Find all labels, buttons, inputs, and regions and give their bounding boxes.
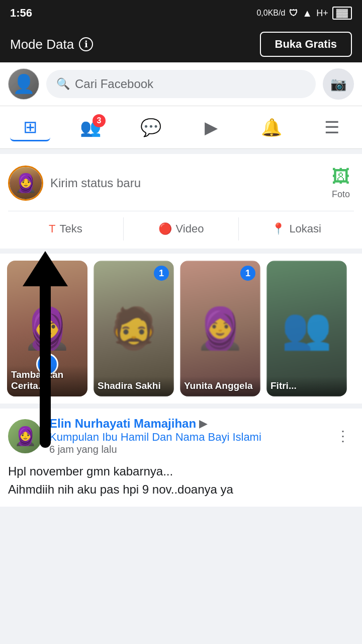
time: 1:56 [10,7,32,20]
post-group[interactable]: Kumpulan Ibu Hamil Dan Nama Bayi Islami [49,431,325,444]
shield-icon: 🛡 [289,8,298,19]
story-label-2: Yunita Anggela [180,376,260,396]
post-user-icon: 🧕 [14,426,37,447]
location-icon: 📍 [272,222,285,235]
status-icons: 0,0KB/d 🛡 ▲ H+ ▓▓ [256,7,352,20]
post-actions: T Teks 🔴 Video 📍 Lokasi [8,211,354,240]
mode-data-label: Mode Data ℹ [10,37,93,52]
story-add[interactable]: 🧕 + Tambahkan Cerita... [7,261,87,396]
post-text: Hpl november gmn kabarnya... Aihmdiih ni… [8,462,354,499]
location-label: Lokasi [289,222,321,235]
messenger-icon: 💬 [140,117,161,137]
nav-notifications[interactable]: 🔔 [251,113,292,141]
text-icon: T [49,222,55,235]
search-bar[interactable]: 🔍 Cari Facebook [46,70,316,98]
story-3[interactable]: 👥 Fitri... [266,261,347,396]
signal-icon: ▲ [302,8,312,19]
user-face-icon: 🧕 [15,173,37,194]
search-placeholder-text: Cari Facebook [75,77,153,91]
post-content: Hpl november gmn kabarnya... Aihmdiih ni… [8,464,233,496]
post-status-input[interactable]: Kirim status baru [50,176,321,190]
post-header: 🧕 Elin Nurhayati Mamajihan ▶ Kumpulan Ib… [8,417,354,455]
stories-section: 🧕 + Tambahkan Cerita... 🧔 1 Shadira Sakh… [0,254,362,404]
post-arrow-symbol: ▶ [199,417,208,430]
story-badge-1: 1 [154,266,169,281]
video-button[interactable]: 🔴 Video [124,217,239,240]
nav-menu[interactable]: ☰ [312,113,352,141]
post-time: 6 jam yang lalu [49,444,325,455]
watch-icon: ▶ [205,117,218,137]
bell-icon: 🔔 [261,117,282,137]
story-1[interactable]: 🧔 1 Shadira Sakhi [94,261,174,396]
camera-button[interactable]: 📷 [323,68,354,100]
nav-friends[interactable]: 👥 3 [70,113,111,141]
stories-container: 🧕 + Tambahkan Cerita... 🧔 1 Shadira Sakh… [0,254,362,404]
post-menu-button[interactable]: ⋮ [332,424,354,448]
post-meta: Elin Nurhayati Mamajihan ▶ Kumpulan Ibu … [49,417,325,455]
story-badge-2: 1 [240,266,255,281]
post-card: 🧕 Elin Nurhayati Mamajihan ▶ Kumpulan Ib… [0,409,362,507]
post-avatar: 🧕 [8,166,43,201]
menu-icon: ☰ [324,117,339,137]
home-icon: ⊞ [23,117,37,137]
status-bar: 1:56 0,0KB/d 🛡 ▲ H+ ▓▓ [0,0,362,26]
info-icon[interactable]: ℹ [79,37,93,51]
post-status-placeholder: Kirim status baru [50,176,141,190]
avatar: 👤 [9,69,39,99]
post-username[interactable]: Elin Nurhayati Mamajihan [49,417,196,431]
battery-icon: ▓▓ [332,7,352,20]
post-foto-button[interactable]: 🖼 Foto [328,162,354,204]
fb-header: 👤 🔍 Cari Facebook 📷 [0,62,362,106]
foto-label: Foto [332,189,350,200]
story-label-add: Tambahkan Cerita... [7,365,87,396]
story-label-3: Fitri... [266,376,347,396]
search-icon: 🔍 [56,77,70,91]
mode-data-bar: Mode Data ℹ Buka Gratis [0,26,362,62]
buka-gratis-button[interactable]: Buka Gratis [260,32,352,57]
nav-home[interactable]: ⊞ [10,113,50,141]
post-box-top: 🧕 Kirim status baru 🖼 Foto [8,162,354,211]
post-user-avatar: 🧕 [8,419,42,453]
foto-icon: 🖼 [332,166,350,187]
teks-label: Teks [59,222,82,235]
video-label: Video [176,222,204,235]
friends-badge: 3 [93,114,106,127]
network-icon: H+ [316,8,328,19]
nav-messenger[interactable]: 💬 [131,113,171,141]
data-speed: 0,0KB/d [256,9,285,18]
profile-avatar-button[interactable]: 👤 [8,68,39,100]
teks-button[interactable]: T Teks [8,217,124,240]
mode-data-text: Mode Data [10,37,74,52]
location-button[interactable]: 📍 Lokasi [239,217,354,240]
story-label-1: Shadira Sakhi [94,376,174,396]
camera-icon: 📷 [330,76,346,92]
nav-watch[interactable]: ▶ [191,113,231,141]
post-box: 🧕 Kirim status baru 🖼 Foto T Teks 🔴 Vide… [0,154,362,249]
nav-bar: ⊞ 👥 3 💬 ▶ 🔔 ☰ [0,106,362,149]
person-icon: 👤 [13,73,35,95]
story-2[interactable]: 🧕 1 Yunita Anggela [180,261,260,396]
video-icon: 🔴 [158,222,172,235]
